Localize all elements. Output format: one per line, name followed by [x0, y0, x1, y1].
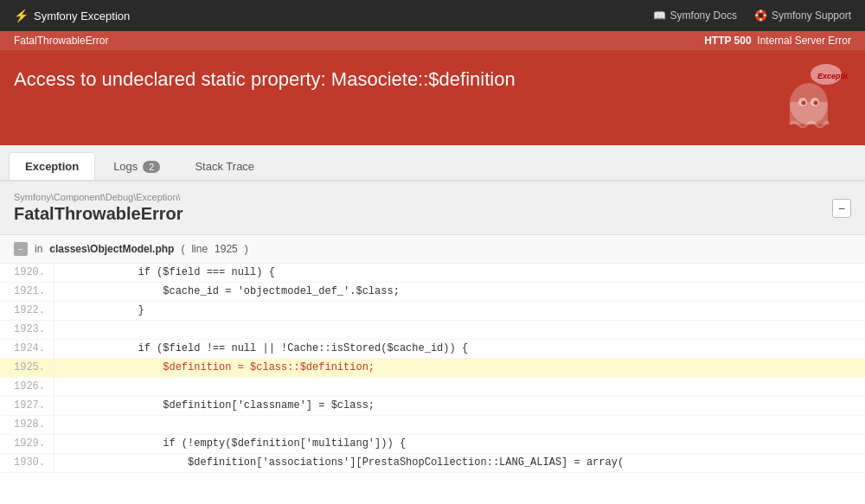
- http-code: HTTP 500: [704, 35, 751, 47]
- exception-info: Symfony\Component\Debug\Exception\ Fatal…: [14, 192, 183, 224]
- tab-stack-trace[interactable]: Stack Trace: [178, 152, 271, 180]
- svg-point-7: [814, 101, 818, 105]
- navbar-brand: ⚡ Symfony Exception: [14, 9, 130, 22]
- symfony-icon: ⚡: [14, 9, 29, 22]
- support-label: Symfony Support: [772, 10, 851, 22]
- line-number: 1926.: [0, 378, 54, 396]
- minus-icon: −: [838, 201, 845, 215]
- paren-close: ): [245, 243, 248, 255]
- svg-text:Exception!: Exception!: [817, 72, 848, 80]
- error-banner: Access to undeclared static property: Ma…: [0, 50, 865, 145]
- line-number: 1921.: [0, 283, 54, 301]
- line-number: 1920.: [0, 264, 54, 282]
- file-name: classes\ObjectModel.php: [49, 243, 174, 255]
- error-subbar: FatalThrowableError HTTP 500 Internal Se…: [0, 31, 865, 50]
- minus-small-icon: −: [18, 245, 23, 254]
- line-number: 1927.: [0, 397, 54, 415]
- line-number: 1923.: [0, 321, 54, 339]
- error-class: FatalThrowableError: [14, 35, 108, 47]
- code-line: 1925. $definition = $class::$definition;: [0, 359, 865, 378]
- line-label: line: [191, 243, 208, 255]
- svg-point-6: [802, 101, 806, 105]
- tab-logs-label: Logs: [113, 160, 138, 173]
- navbar-brand-label: Symfony Exception: [34, 10, 130, 22]
- support-link[interactable]: 🛟 Symfony Support: [754, 10, 851, 22]
- line-number: 1925.: [0, 359, 54, 377]
- line-number: 1928.: [0, 416, 54, 434]
- line-content: if (!empty($definition['multilang'])) {: [54, 435, 414, 453]
- line-content: $definition = $class::$definition;: [54, 359, 383, 377]
- code-line: 1920. if ($field === null) {: [0, 264, 865, 283]
- code-line: 1922. }: [0, 302, 865, 321]
- exception-namespace: Symfony\Component\Debug\Exception\: [14, 192, 183, 202]
- tab-logs[interactable]: Logs 2: [97, 152, 176, 180]
- tab-exception-label: Exception: [25, 160, 79, 173]
- code-line: 1930. $definition['associations'][Presta…: [0, 454, 865, 473]
- line-number: 1922.: [0, 302, 54, 320]
- navbar-right: 📖 Symfony Docs 🛟 Symfony Support: [653, 10, 851, 22]
- navbar-left: ⚡ Symfony Exception: [14, 9, 130, 22]
- docs-label: Symfony Docs: [670, 10, 737, 22]
- line-number: 1929.: [0, 435, 54, 453]
- exception-header: Symfony\Component\Debug\Exception\ Fatal…: [0, 182, 865, 235]
- tabs-bar: Exception Logs 2 Stack Trace: [0, 145, 865, 182]
- http-status: HTTP 500 Internal Server Error: [704, 35, 851, 47]
- code-line: 1923.: [0, 321, 865, 340]
- code-line: 1924. if ($field !== null || !Cache::isS…: [0, 340, 865, 359]
- status-text: Internal Server Error: [757, 35, 851, 47]
- main-content: Symfony\Component\Debug\Exception\ Fatal…: [0, 182, 865, 473]
- code-line: 1921. $cache_id = 'objectmodel_def_'.$cl…: [0, 283, 865, 302]
- error-title: Access to undeclared static property: Ma…: [14, 67, 851, 93]
- code-line: 1929. if (!empty($definition['multilang'…: [0, 435, 865, 454]
- line-number: 1930.: [0, 454, 54, 472]
- code-line: 1927. $definition['classname'] = $class;: [0, 397, 865, 416]
- line-content: $definition['classname'] = $class;: [54, 397, 383, 415]
- tab-logs-badge: 2: [143, 161, 160, 173]
- symfony-ghost-icon: Exception!: [770, 59, 848, 128]
- tab-exception[interactable]: Exception: [9, 152, 95, 180]
- code-block: 1920. if ($field === null) {1921. $cache…: [0, 264, 865, 473]
- paren-open: (: [181, 243, 184, 255]
- line-content: $definition['associations'][PrestaShopCo…: [54, 454, 632, 472]
- exception-class: FatalThrowableError: [14, 204, 183, 224]
- code-line: 1926.: [0, 378, 865, 397]
- line-content: }: [54, 302, 153, 320]
- line-content: $cache_id = 'objectmodel_def_'.$class;: [54, 283, 408, 301]
- line-number-value: 1925: [215, 243, 238, 255]
- tab-stack-trace-label: Stack Trace: [195, 160, 254, 173]
- support-icon: 🛟: [754, 10, 767, 22]
- line-content: [54, 378, 72, 396]
- line-number: 1924.: [0, 340, 54, 358]
- line-content: if ($field !== null || !Cache::isStored(…: [54, 340, 477, 358]
- file-bar: − in classes\ObjectModel.php ( line 1925…: [0, 235, 865, 264]
- collapse-button[interactable]: −: [832, 199, 851, 218]
- file-toggle-button[interactable]: −: [14, 242, 28, 256]
- in-label: in: [35, 243, 42, 255]
- navbar: ⚡ Symfony Exception 📖 Symfony Docs 🛟 Sym…: [0, 0, 865, 31]
- code-line: 1928.: [0, 416, 865, 435]
- line-content: [54, 416, 72, 434]
- book-icon: 📖: [653, 10, 666, 22]
- line-content: [54, 321, 72, 339]
- docs-link[interactable]: 📖 Symfony Docs: [653, 10, 737, 22]
- line-content: if ($field === null) {: [54, 264, 284, 282]
